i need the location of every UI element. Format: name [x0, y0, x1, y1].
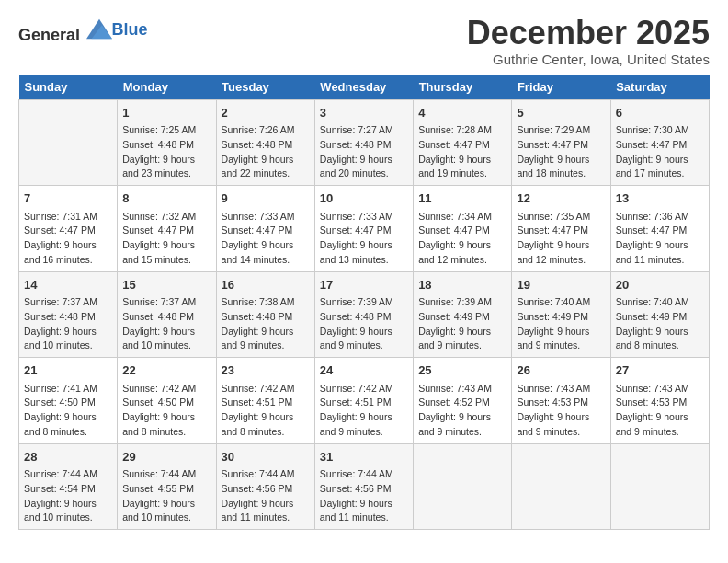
day-number: 30	[222, 448, 310, 466]
day-info-line: Daylight: 9 hours	[24, 325, 112, 339]
calendar-cell: 12Sunrise: 7:35 AMSunset: 4:47 PMDayligh…	[512, 186, 610, 272]
day-info-line: Sunrise: 7:39 AM	[320, 295, 408, 310]
day-info-line: Daylight: 9 hours	[122, 497, 210, 511]
day-info-line: and 12 minutes.	[418, 253, 506, 268]
day-info-line: Sunset: 4:47 PM	[616, 138, 704, 153]
day-info-line: Sunset: 4:56 PM	[320, 482, 408, 497]
day-info-line: Sunrise: 7:37 AM	[24, 295, 112, 310]
calendar-cell: 19Sunrise: 7:40 AMSunset: 4:49 PMDayligh…	[512, 271, 610, 358]
day-info-line: Sunrise: 7:31 AM	[24, 210, 112, 224]
calendar-cell	[19, 99, 118, 186]
day-info-line: Sunset: 4:52 PM	[418, 396, 506, 410]
day-info-line: and 13 minutes.	[320, 253, 408, 268]
calendar-cell: 5Sunrise: 7:29 AMSunset: 4:47 PMDaylight…	[512, 99, 610, 186]
day-info-line: and 8 minutes.	[616, 339, 704, 353]
day-info-line: Sunrise: 7:38 AM	[222, 295, 310, 310]
day-number: 28	[24, 448, 112, 466]
day-info-line: and 9 minutes.	[320, 425, 408, 440]
day-info-line: and 22 minutes.	[222, 167, 310, 181]
day-info-line: Sunrise: 7:36 AM	[616, 210, 704, 224]
day-number: 7	[24, 190, 112, 208]
calendar-cell: 11Sunrise: 7:34 AMSunset: 4:47 PMDayligh…	[414, 186, 512, 272]
day-info-line: Daylight: 9 hours	[320, 497, 408, 511]
day-info-line: Daylight: 9 hours	[222, 497, 310, 511]
logo-blue-text: Blue	[112, 20, 148, 39]
calendar-cell: 6Sunrise: 7:30 AMSunset: 4:47 PMDaylight…	[610, 99, 709, 186]
day-info-line: Sunset: 4:55 PM	[122, 482, 210, 497]
day-info-line: Daylight: 9 hours	[616, 153, 704, 167]
logo-icon	[86, 15, 112, 40]
day-number: 3	[320, 104, 408, 122]
day-info-line: Sunrise: 7:42 AM	[320, 382, 408, 396]
day-info-line: Sunrise: 7:34 AM	[418, 210, 506, 224]
day-info-line: Daylight: 9 hours	[418, 410, 506, 425]
calendar-cell	[512, 443, 610, 530]
day-info-line: and 9 minutes.	[320, 339, 408, 353]
day-info-line: Daylight: 9 hours	[122, 153, 210, 167]
day-number: 23	[222, 362, 310, 380]
calendar-week-row: 7Sunrise: 7:31 AMSunset: 4:47 PMDaylight…	[19, 186, 710, 272]
calendar-cell: 23Sunrise: 7:42 AMSunset: 4:51 PMDayligh…	[216, 358, 314, 444]
day-info-line: Sunset: 4:47 PM	[122, 224, 210, 238]
day-info-line: Daylight: 9 hours	[517, 153, 605, 167]
day-info-line: Sunset: 4:51 PM	[320, 396, 408, 410]
day-number: 24	[320, 362, 408, 380]
calendar-cell: 29Sunrise: 7:44 AMSunset: 4:55 PMDayligh…	[118, 443, 216, 530]
calendar-cell: 15Sunrise: 7:37 AMSunset: 4:48 PMDayligh…	[118, 271, 216, 358]
day-info-line: and 23 minutes.	[122, 167, 210, 181]
day-info-line: Sunset: 4:51 PM	[222, 396, 310, 410]
day-info-line: and 10 minutes.	[24, 511, 112, 525]
day-info-line: Sunset: 4:48 PM	[222, 310, 310, 325]
day-info-line: Sunset: 4:47 PM	[24, 224, 112, 238]
day-info-line: Daylight: 9 hours	[222, 153, 310, 167]
day-info-line: Daylight: 9 hours	[222, 238, 310, 253]
day-info-line: Daylight: 9 hours	[320, 238, 408, 253]
day-info-line: Sunset: 4:47 PM	[222, 224, 310, 238]
day-info-line: Sunset: 4:49 PM	[418, 310, 506, 325]
day-info-line: Sunset: 4:53 PM	[517, 396, 605, 410]
day-info-line: Sunrise: 7:42 AM	[222, 382, 310, 396]
day-info-line: Sunrise: 7:40 AM	[616, 295, 704, 310]
day-info-line: Sunset: 4:48 PM	[320, 138, 408, 153]
calendar-table: SundayMondayTuesdayWednesdayThursdayFrid…	[18, 75, 710, 531]
calendar-cell: 7Sunrise: 7:31 AMSunset: 4:47 PMDaylight…	[19, 186, 118, 272]
location-title: Guthrie Center, Iowa, United States	[467, 52, 710, 67]
day-info-line: Sunrise: 7:29 AM	[517, 123, 605, 138]
calendar-header-row: SundayMondayTuesdayWednesdayThursdayFrid…	[19, 75, 710, 100]
logo-general-text: General	[18, 26, 80, 44]
day-info-line: and 10 minutes.	[122, 339, 210, 353]
calendar-cell: 4Sunrise: 7:28 AMSunset: 4:47 PMDaylight…	[414, 99, 512, 186]
calendar-cell: 24Sunrise: 7:42 AMSunset: 4:51 PMDayligh…	[314, 358, 413, 444]
day-info-line: and 8 minutes.	[222, 425, 310, 440]
calendar-cell: 27Sunrise: 7:43 AMSunset: 4:53 PMDayligh…	[610, 358, 709, 444]
day-info-line: Daylight: 9 hours	[517, 325, 605, 339]
calendar-cell: 25Sunrise: 7:43 AMSunset: 4:52 PMDayligh…	[414, 358, 512, 444]
calendar-cell: 22Sunrise: 7:42 AMSunset: 4:50 PMDayligh…	[118, 358, 216, 444]
day-info-line: Sunrise: 7:44 AM	[222, 467, 310, 482]
day-number: 31	[320, 448, 408, 466]
day-info-line: and 9 minutes.	[616, 425, 704, 440]
day-number: 12	[517, 190, 605, 208]
day-info-line: Daylight: 9 hours	[24, 410, 112, 425]
day-info-line: Sunset: 4:47 PM	[517, 224, 605, 238]
day-info-line: and 8 minutes.	[122, 425, 210, 440]
day-info-line: Daylight: 9 hours	[320, 410, 408, 425]
title-section: December 2025 Guthrie Center, Iowa, Unit…	[467, 15, 710, 67]
day-info-line: Daylight: 9 hours	[517, 238, 605, 253]
day-info-line: Daylight: 9 hours	[517, 410, 605, 425]
day-number: 6	[616, 104, 704, 122]
day-info-line: and 10 minutes.	[24, 339, 112, 353]
calendar-week-row: 21Sunrise: 7:41 AMSunset: 4:50 PMDayligh…	[19, 358, 710, 444]
calendar-week-row: 28Sunrise: 7:44 AMSunset: 4:54 PMDayligh…	[19, 443, 710, 530]
day-header-monday: Monday	[118, 75, 216, 100]
day-info-line: Daylight: 9 hours	[122, 410, 210, 425]
calendar-cell: 1Sunrise: 7:25 AMSunset: 4:48 PMDaylight…	[118, 99, 216, 186]
day-number: 20	[616, 276, 704, 294]
day-info-line: Sunset: 4:53 PM	[616, 396, 704, 410]
calendar-cell: 9Sunrise: 7:33 AMSunset: 4:47 PMDaylight…	[216, 186, 314, 272]
day-info-line: Sunset: 4:47 PM	[418, 138, 506, 153]
page-header: General Blue December 2025 Guthrie Cente…	[18, 15, 710, 67]
day-info-line: Sunset: 4:54 PM	[24, 482, 112, 497]
day-number: 10	[320, 190, 408, 208]
day-number: 16	[222, 276, 310, 294]
